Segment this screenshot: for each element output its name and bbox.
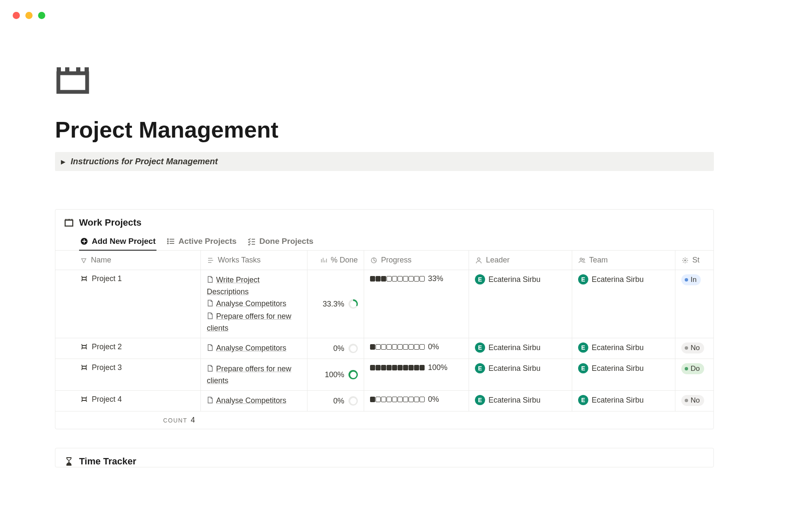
progress-blocks — [370, 276, 425, 282]
table-row[interactable]: Project 3Prepare offers for new clients1… — [55, 359, 713, 391]
avatar: E — [475, 363, 485, 373]
cell-pct-done[interactable]: 100% — [307, 359, 364, 390]
count-footer[interactable]: COUNT 4 — [55, 411, 201, 429]
cell-pct-done[interactable]: 0% — [307, 391, 364, 411]
task-link[interactable]: Analyse Competitors — [207, 342, 301, 354]
avatar: E — [475, 274, 485, 284]
tab-add-new-project[interactable]: Add New Project — [80, 237, 156, 250]
formula-icon — [370, 257, 378, 264]
task-link[interactable]: Analyse Competitors — [207, 395, 301, 407]
column-header-team[interactable]: Team — [572, 251, 675, 270]
cell-pct-done[interactable]: 0% — [307, 338, 364, 359]
relation-icon — [207, 257, 214, 264]
cell-status[interactable]: Do — [675, 359, 713, 390]
svg-rect-2 — [85, 67, 89, 75]
progress-blocks — [370, 365, 425, 370]
count-value: 4 — [191, 416, 195, 425]
status-badge: In — [681, 274, 701, 285]
cell-leader[interactable]: EEcaterina Sirbu — [469, 359, 572, 390]
team-name: Ecaterina Sirbu — [592, 343, 644, 352]
cell-leader[interactable]: EEcaterina Sirbu — [469, 270, 572, 338]
instructions-toggle[interactable]: ▶ Instructions for Project Management — [55, 152, 714, 171]
time-tracker-card: Time Tracker — [55, 448, 714, 467]
cell-leader[interactable]: EEcaterina Sirbu — [469, 391, 572, 411]
cell-status[interactable]: In — [675, 270, 713, 338]
cell-name[interactable]: Project 1 — [55, 270, 201, 338]
progress-blocks — [370, 397, 425, 402]
cell-tasks[interactable]: Analyse Competitors — [201, 391, 307, 411]
tab-done-projects[interactable]: Done Projects — [247, 237, 313, 250]
page-icon[interactable] — [55, 66, 91, 95]
task-link[interactable]: Prepare offers for new clients — [207, 363, 301, 386]
leader-name: Ecaterina Sirbu — [488, 275, 540, 284]
cell-name[interactable]: Project 4 — [55, 391, 201, 411]
cell-pct-done[interactable]: 33.3% — [307, 270, 364, 338]
task-link[interactable]: Write Project Descriptions — [207, 274, 301, 297]
column-header-pct-done[interactable]: % Done — [307, 251, 364, 270]
window-controls — [13, 12, 45, 19]
cell-team[interactable]: EEcaterina Sirbu — [572, 391, 675, 411]
cell-team[interactable]: EEcaterina Sirbu — [572, 270, 675, 338]
tab-label: Active Projects — [178, 237, 236, 246]
work-projects-card: Work Projects Add New Project Active Pro… — [55, 209, 714, 429]
progress-ring-icon — [348, 344, 358, 353]
svg-point-14 — [167, 239, 168, 240]
cell-tasks[interactable]: Analyse Competitors — [201, 338, 307, 359]
status-icon — [681, 257, 689, 264]
leader-name: Ecaterina Sirbu — [488, 396, 540, 405]
cell-progress[interactable]: 100% — [364, 359, 469, 390]
svg-point-22 — [580, 258, 582, 260]
close-window-button[interactable] — [13, 12, 20, 19]
card-title[interactable]: Work Projects — [79, 217, 142, 228]
avatar: E — [578, 395, 588, 405]
task-link[interactable]: Prepare offers for new clients — [207, 311, 301, 334]
cell-tasks[interactable]: Write Project DescriptionsAnalyse Compet… — [201, 270, 307, 338]
avatar: E — [475, 342, 485, 353]
status-badge: No — [681, 342, 704, 353]
page-title[interactable]: Project Management — [55, 116, 795, 143]
leader-name: Ecaterina Sirbu — [488, 343, 540, 352]
cell-name[interactable]: Project 2 — [55, 338, 201, 359]
cell-progress[interactable]: 0% — [364, 391, 469, 411]
card-title[interactable]: Time Tracker — [79, 456, 136, 467]
cell-name[interactable]: Project 3 — [55, 359, 201, 390]
document-icon — [207, 312, 214, 323]
team-name: Ecaterina Sirbu — [592, 364, 644, 373]
document-icon — [207, 343, 214, 354]
maximize-window-button[interactable] — [38, 12, 45, 19]
svg-rect-3 — [65, 67, 69, 73]
cell-team[interactable]: EEcaterina Sirbu — [572, 359, 675, 390]
pct-value: 0% — [333, 344, 344, 353]
avatar: E — [578, 342, 588, 353]
cell-leader[interactable]: EEcaterina Sirbu — [469, 338, 572, 359]
minimize-window-button[interactable] — [25, 12, 33, 19]
progress-ring-icon — [348, 396, 358, 406]
cell-status[interactable]: No — [675, 338, 713, 359]
table-row[interactable]: Project 4Analyse Competitors0%0%EEcateri… — [55, 391, 713, 411]
table-row[interactable]: Project 1Write Project DescriptionsAnaly… — [55, 270, 713, 338]
column-header-progress[interactable]: Progress — [364, 251, 469, 270]
cell-progress[interactable]: 33% — [364, 270, 469, 338]
cell-tasks[interactable]: Prepare offers for new clients — [201, 359, 307, 390]
column-header-leader[interactable]: Leader — [469, 251, 572, 270]
rollup-icon — [320, 257, 327, 264]
svg-rect-4 — [76, 67, 80, 73]
column-header-works-tasks[interactable]: Works Tasks — [201, 251, 307, 270]
page-icon — [80, 274, 88, 285]
avatar: E — [475, 395, 485, 405]
task-link[interactable]: Analyse Competitors — [207, 298, 301, 310]
progress-text: 100% — [428, 363, 447, 372]
column-header-name[interactable]: Name — [55, 251, 201, 270]
document-icon — [207, 275, 214, 286]
svg-rect-1 — [57, 67, 61, 75]
column-header-status[interactable]: St — [675, 251, 713, 270]
progress-ring-icon — [348, 299, 358, 309]
cell-team[interactable]: EEcaterina Sirbu — [572, 338, 675, 359]
leader-name: Ecaterina Sirbu — [488, 364, 540, 373]
table-row[interactable]: Project 2Analyse Competitors0%0%EEcateri… — [55, 338, 713, 359]
avatar: E — [578, 274, 588, 284]
tab-active-projects[interactable]: Active Projects — [167, 237, 236, 250]
cell-progress[interactable]: 0% — [364, 338, 469, 359]
pct-value: 33.3% — [323, 300, 344, 309]
cell-status[interactable]: No — [675, 391, 713, 411]
